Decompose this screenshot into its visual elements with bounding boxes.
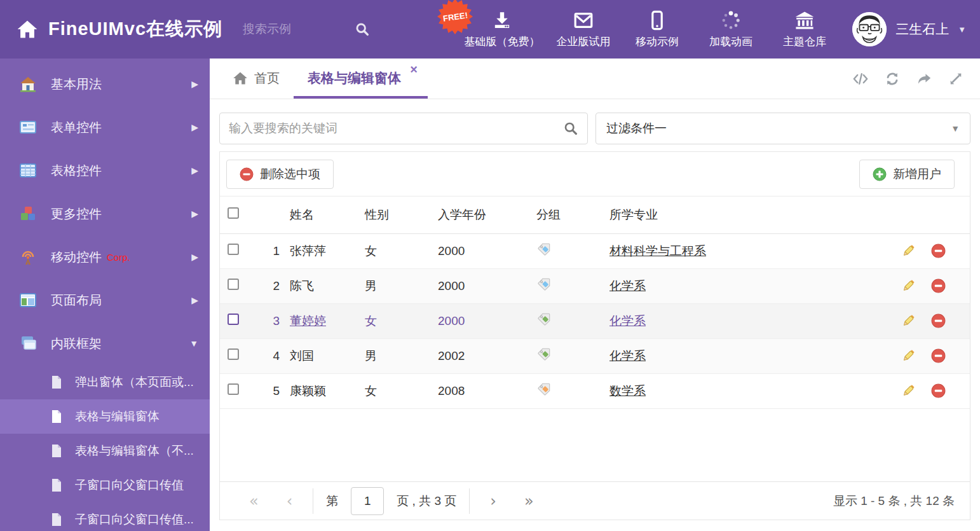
tab-home[interactable]: 首页	[219, 58, 294, 99]
grid-empty-space	[220, 409, 970, 482]
sidebar-item-iframe[interactable]: 内联框架 ▼	[0, 322, 210, 365]
nav-label: 加载动画	[709, 34, 752, 49]
tag-icon	[536, 316, 552, 329]
next-page-button[interactable]: ›	[476, 492, 510, 510]
cell-year: 2000	[430, 233, 529, 268]
nav-enterprise-trial[interactable]: 企业版试用	[547, 10, 620, 49]
nav-loading-animation[interactable]: 加载动画	[694, 10, 768, 49]
code-icon[interactable]	[853, 71, 868, 86]
major-link[interactable]: 材料科学与工程系	[609, 244, 706, 258]
tab-toolbar	[853, 59, 963, 99]
search-icon[interactable]	[563, 121, 578, 136]
last-page-button[interactable]: »	[510, 492, 548, 510]
chevron-right-icon: ▶	[191, 165, 198, 176]
sidebar-subitem-label: 表格与编辑窗体	[75, 408, 160, 425]
delete-icon[interactable]	[931, 279, 946, 293]
nav-mobile-demo[interactable]: 移动示例	[620, 10, 694, 49]
refresh-icon[interactable]	[885, 71, 900, 86]
table-row[interactable]: 4 刘国 男 2002 化学系	[220, 338, 970, 373]
delete-icon[interactable]	[931, 383, 946, 398]
tab-active-label: 表格与编辑窗体	[308, 69, 401, 87]
cell-name: 康颖颖	[282, 373, 357, 408]
home-icon	[233, 71, 248, 86]
row-checkbox[interactable]	[228, 279, 239, 290]
add-user-label: 新增用户	[893, 166, 941, 183]
delete-icon[interactable]	[931, 314, 946, 328]
document-icon	[50, 513, 64, 527]
user-menu[interactable]: 三生石上 ▼	[852, 0, 966, 59]
filter-dropdown-value: 过滤条件一	[606, 120, 667, 137]
sidebar-item-basic-usage[interactable]: 基本用法 ▶	[0, 62, 210, 106]
sidebar-item-mobile-controls[interactable]: 移动控件 Corp. ▶	[0, 235, 210, 279]
nav-label: 主题仓库	[783, 34, 826, 49]
sidebar-subitem-grid-edit-window-2[interactable]: 表格与编辑窗体（不...	[0, 434, 210, 468]
select-all-checkbox[interactable]	[228, 207, 239, 219]
chevron-right-icon: ▶	[191, 122, 198, 132]
search-icon[interactable]	[355, 22, 370, 37]
column-year: 入学年份	[430, 197, 529, 233]
home-icon[interactable]	[17, 18, 38, 40]
cell-gender: 女	[357, 373, 430, 408]
divider	[313, 488, 313, 514]
edit-icon[interactable]	[901, 348, 916, 363]
chevron-right-icon: ▶	[191, 295, 198, 305]
header-search[interactable]: 搜索示例	[243, 21, 370, 38]
page-number-input[interactable]	[351, 487, 384, 515]
prev-page-button[interactable]: ‹	[273, 492, 307, 510]
delete-icon[interactable]	[931, 244, 946, 258]
tab-active-underline	[294, 96, 428, 99]
keyword-search-input[interactable]	[229, 121, 563, 135]
sidebar-item-more-controls[interactable]: 更多控件 ▶	[0, 192, 210, 235]
first-page-button[interactable]: «	[235, 492, 273, 510]
plus-circle-icon	[873, 167, 887, 181]
sidebar-item-label: 基本用法	[51, 76, 102, 93]
major-link[interactable]: 化学系	[609, 279, 646, 293]
sidebar: 基本用法 ▶ 表单控件 ▶ 表格控件 ▶ 更多控件 ▶ 移动控件 Corp. ▶…	[0, 59, 210, 531]
tab-grid-edit-window[interactable]: 表格与编辑窗体 ×	[294, 58, 428, 99]
close-icon[interactable]: ×	[410, 63, 418, 76]
edit-icon[interactable]	[901, 279, 916, 293]
sidebar-subitem-grid-edit-window[interactable]: 表格与编辑窗体	[0, 399, 210, 434]
nav-theme-repo[interactable]: 主题仓库	[768, 10, 841, 49]
sidebar-subitem-popup-window[interactable]: 弹出窗体（本页面或...	[0, 365, 210, 399]
edit-icon[interactable]	[901, 314, 916, 328]
share-icon[interactable]	[916, 71, 932, 86]
table-row-selected[interactable]: 3 董婷婷 女 2000 化学系	[220, 303, 970, 338]
edit-icon[interactable]	[901, 383, 916, 398]
avatar[interactable]	[852, 12, 887, 46]
edit-icon[interactable]	[901, 244, 916, 258]
cell-year: 2000	[430, 268, 529, 303]
sidebar-subitem-child-to-parent[interactable]: 子窗口向父窗口传值	[0, 468, 210, 502]
filter-dropdown[interactable]: 过滤条件一 ▼	[595, 113, 970, 144]
major-link[interactable]: 数学系	[609, 384, 646, 397]
cell-name: 董婷婷	[290, 314, 326, 328]
users-table: 姓名 性别 入学年份 分组 所学专业 1 张萍萍 女 2000	[220, 197, 970, 409]
row-checkbox[interactable]	[228, 348, 239, 360]
nav-basic-edition[interactable]: 基础版（免费）	[458, 10, 547, 49]
table-row[interactable]: 2 陈飞 男 2000 化学系	[220, 268, 970, 303]
form-icon	[19, 118, 37, 136]
column-rownum	[255, 197, 282, 233]
row-checkbox[interactable]	[228, 314, 239, 325]
sidebar-item-page-layout[interactable]: 页面布局 ▶	[0, 279, 210, 322]
record-summary: 显示 1 - 5 条 , 共 12 条	[833, 493, 955, 509]
document-icon	[50, 444, 64, 458]
sidebar-subitem-child-to-parent-2[interactable]: 子窗口向父窗口传值...	[0, 502, 210, 531]
major-link[interactable]: 化学系	[609, 349, 646, 362]
delete-icon[interactable]	[931, 348, 946, 363]
sidebar-item-label: 表格控件	[51, 162, 102, 179]
delete-selected-button[interactable]: 删除选中项	[226, 160, 334, 189]
table-row[interactable]: 5 康颖颖 女 2008 数学系	[220, 373, 970, 408]
home-color-icon	[19, 75, 37, 93]
add-user-button[interactable]: 新增用户	[859, 160, 955, 189]
sidebar-item-form-controls[interactable]: 表单控件 ▶	[0, 106, 210, 149]
row-checkbox[interactable]	[228, 244, 239, 255]
major-link[interactable]: 化学系	[609, 314, 646, 328]
table-row[interactable]: 1 张萍萍 女 2000 材料科学与工程系	[220, 233, 970, 268]
tag-icon	[536, 246, 552, 259]
sidebar-subitem-label: 子窗口向父窗口传值...	[75, 511, 194, 528]
row-checkbox[interactable]	[228, 383, 239, 395]
expand-icon[interactable]	[948, 71, 963, 86]
divider	[469, 488, 470, 514]
sidebar-item-grid-controls[interactable]: 表格控件 ▶	[0, 149, 210, 192]
